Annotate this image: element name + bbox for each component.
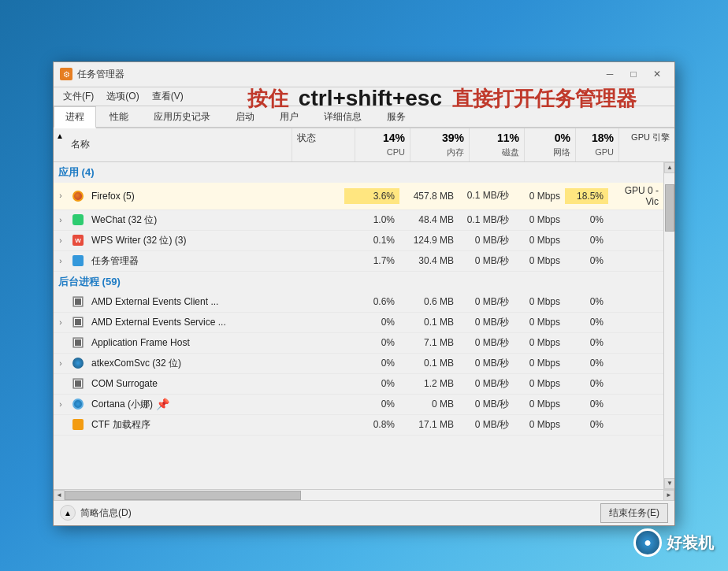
process-gpueng-com [608, 381, 663, 386]
process-status-wps [281, 238, 344, 243]
process-cpu-amd-service: 0% [344, 314, 399, 330]
process-disk-appframe: 0 MB/秒 [459, 334, 514, 352]
tab-app-history[interactable]: 应用历史记录 [142, 106, 222, 127]
summary-toggle-button[interactable]: ▲ [60, 505, 76, 521]
process-mem-ctf: 17.1 MB [399, 417, 459, 432]
close-button[interactable]: ✕ [646, 66, 668, 82]
expand-firefox[interactable]: › [54, 191, 68, 200]
process-cpu-cortana: 0% [344, 396, 399, 412]
process-table: ▲ 名称 状态 14% CPU 39% 内存 11% 磁盘 0% 网络 [54, 128, 674, 500]
summary-label: 简略信息(D) [80, 506, 132, 520]
window-title: 任务管理器 [77, 68, 599, 81]
col-network[interactable]: 0% 网络 [525, 128, 576, 161]
window-icon: ⚙ [60, 68, 72, 80]
scroll-left-arrow[interactable]: ◄ [54, 490, 65, 500]
expand-wechat[interactable]: › [54, 216, 68, 224]
process-gpueng-wps [608, 238, 663, 243]
process-gpueng-taskmgr [608, 258, 663, 263]
process-row-amd-service[interactable]: › AMD External Events Service ... 0% 0.1… [54, 313, 663, 333]
process-name-wps: WPS Writer (32 位) (3) [88, 232, 281, 250]
expand-cortana[interactable]: › [54, 400, 68, 409]
process-name-taskmgr: 任务管理器 [88, 252, 281, 270]
expand-wps[interactable]: › [54, 236, 68, 245]
process-status-atkex [281, 361, 344, 365]
process-gpu-wechat: 0% [565, 212, 608, 228]
process-row-ctf[interactable]: CTF 加载程序 0.8% 17.1 MB 0 MB/秒 0 Mbps 0% [54, 415, 663, 436]
process-disk-wps: 0 MB/秒 [459, 232, 514, 250]
process-net-firefox: 0 Mbps [514, 188, 565, 204]
scroll-h-thumb[interactable] [65, 491, 301, 500]
process-row-amd-client[interactable]: AMD External Events Client ... 0.6% 0.6 … [54, 292, 663, 313]
process-disk-wechat: 0.1 MB/秒 [459, 211, 514, 229]
scroll-right-arrow[interactable]: ► [663, 490, 674, 500]
minimize-button[interactable]: ─ [599, 66, 621, 82]
expand-taskmgr[interactable]: › [54, 257, 68, 265]
process-disk-atkex: 0 MB/秒 [459, 354, 514, 373]
tab-details[interactable]: 详细信息 [312, 106, 373, 127]
process-name-amd-service: AMD External Events Service ... [88, 314, 281, 330]
tab-services[interactable]: 服务 [375, 106, 418, 127]
process-gpu-wps: 0% [565, 232, 608, 248]
scroll-down-arrow[interactable]: ▼ [664, 478, 674, 489]
process-disk-com: 0 MB/秒 [459, 375, 514, 393]
process-net-com: 0 Mbps [514, 376, 565, 391]
wps-icon: W [71, 234, 85, 247]
end-task-button[interactable]: 结束任务(E) [600, 503, 668, 523]
process-net-cortana: 0 Mbps [514, 396, 565, 412]
window-controls: ─ □ ✕ [599, 66, 668, 82]
process-row-com[interactable]: COM Surrogate 0% 1.2 MB 0 MB/秒 0 Mbps 0% [54, 374, 663, 395]
process-name-firefox: Firefox (5) [88, 188, 281, 204]
process-row-cortana[interactable]: › Cortana (小娜) 📌 0% 0 MB 0 MB/秒 0 Mbps 0… [54, 395, 663, 415]
process-row-appframe[interactable]: Application Frame Host 0% 7.1 MB 0 MB/秒 … [54, 333, 663, 354]
process-row-atkex[interactable]: › atkexComSvc (32 位) 0% 0.1 MB 0 MB/秒 0 … [54, 354, 663, 374]
process-disk-amd-client: 0 MB/秒 [459, 293, 514, 311]
process-disk-ctf: 0 MB/秒 [459, 416, 514, 434]
tab-startup[interactable]: 启动 [224, 106, 266, 127]
expand-amd-service[interactable]: › [54, 318, 68, 327]
apps-section-header: 应用 (4) [54, 162, 663, 183]
brand-text: 好装机 [667, 532, 714, 554]
process-mem-wps: 124.9 MB [399, 232, 459, 248]
process-row-taskmgr[interactable]: › 任务管理器 1.7% 30.4 MB 0 MB/秒 0 Mbps 0% [54, 251, 663, 272]
col-memory[interactable]: 39% 内存 [410, 128, 470, 161]
process-mem-cortana: 0 MB [399, 396, 459, 412]
col-cpu[interactable]: 14% CPU [355, 128, 410, 161]
process-row-wps[interactable]: › W WPS Writer (32 位) (3) 0.1% 124.9 MB … [54, 231, 663, 251]
process-gpueng-atkex [608, 361, 663, 365]
tab-performance[interactable]: 性能 [98, 106, 140, 127]
process-row-firefox[interactable]: › Firefox (5) 3.6% 457.8 MB 0.1 MB/秒 0 M… [54, 183, 663, 210]
col-status[interactable]: 状态 [292, 128, 355, 161]
process-row-wechat[interactable]: › WeChat (32 位) 1.0% 48.4 MB 0.1 MB/秒 0 … [54, 210, 663, 231]
col-gpu-engine[interactable]: GPU 引擎 [619, 128, 674, 161]
process-gpu-ctf: 0% [565, 417, 608, 432]
process-gpu-firefox: 18.5% [565, 188, 608, 204]
menu-file[interactable]: 文件(F) [57, 88, 100, 105]
vertical-scrollbar[interactable]: ▲ ▼ [663, 162, 674, 489]
process-disk-firefox: 0.1 MB/秒 [459, 187, 514, 205]
process-gpu-amd-client: 0% [565, 294, 608, 310]
process-name-com: COM Surrogate [88, 376, 281, 391]
process-mem-taskmgr: 30.4 MB [399, 253, 459, 269]
menu-view[interactable]: 查看(V) [146, 88, 190, 105]
horizontal-scrollbar[interactable]: ◄ ► [54, 489, 674, 500]
scroll-thumb[interactable] [665, 184, 674, 232]
process-cpu-amd-client: 0.6% [344, 294, 399, 310]
tabs-bar: 进程 性能 应用历史记录 启动 用户 详细信息 服务 [54, 106, 674, 128]
scroll-up-arrow[interactable]: ▲ [664, 162, 674, 173]
tab-users[interactable]: 用户 [268, 106, 310, 127]
process-cpu-wechat: 1.0% [344, 212, 399, 228]
tab-processes[interactable]: 进程 [54, 106, 96, 128]
col-gpu[interactable]: 18% GPU [576, 128, 619, 161]
process-gpu-appframe: 0% [565, 335, 608, 350]
col-disk[interactable]: 11% 磁盘 [470, 128, 525, 161]
expand-atkex[interactable]: › [54, 359, 68, 368]
menu-options[interactable]: 选项(O) [100, 88, 145, 105]
cortana-pin-icon: 📌 [156, 398, 169, 410]
process-net-amd-service: 0 Mbps [514, 314, 565, 330]
col-name[interactable]: 名称 [66, 128, 292, 161]
brand-icon: ● [633, 528, 662, 557]
process-cpu-taskmgr: 1.7% [344, 253, 399, 269]
scroll-track [65, 490, 663, 500]
maximize-button[interactable]: □ [622, 66, 644, 82]
menu-bar: 文件(F) 选项(O) 查看(V) [54, 87, 674, 106]
